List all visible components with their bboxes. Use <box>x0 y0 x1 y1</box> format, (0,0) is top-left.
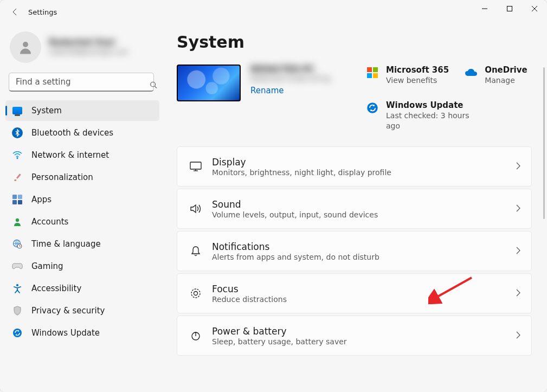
close-button[interactable] <box>522 0 547 17</box>
settings-item-focus[interactable]: Focus Reduce distractions <box>177 273 532 313</box>
speaker-icon <box>183 203 209 214</box>
sidebar-item-label: Personalization <box>31 172 93 182</box>
sidebar-item-update[interactable]: Windows Update <box>5 323 159 343</box>
card-microsoft-365[interactable]: Microsoft 365 View benefits <box>365 65 449 86</box>
sidebar: Redacted User redacted@example.com Syste… <box>0 24 163 392</box>
apps-icon <box>12 194 23 205</box>
settings-item-title: Focus <box>212 284 516 294</box>
settings-item-title: Sound <box>212 199 516 210</box>
wifi-icon <box>12 150 23 160</box>
svg-point-14 <box>367 102 378 113</box>
sidebar-item-privacy[interactable]: Privacy & security <box>5 300 159 321</box>
user-name: Redacted User <box>49 37 128 48</box>
cloud-icon <box>464 66 478 80</box>
settings-item-sub: Reduce distractions <box>212 295 516 304</box>
user-info-text: Redacted User redacted@example.com <box>49 37 128 56</box>
back-button[interactable] <box>4 1 26 23</box>
settings-item-notifications[interactable]: Notifications Alerts from apps and syste… <box>177 231 532 271</box>
bluetooth-icon <box>12 127 23 138</box>
settings-item-sound[interactable]: Sound Volume levels, output, input, soun… <box>177 189 532 229</box>
sidebar-item-label: System <box>31 106 62 115</box>
card-sub: Last checked: 3 hours ago <box>386 111 478 131</box>
minimize-button[interactable] <box>472 0 497 17</box>
settings-item-sub: Volume levels, output, input, sound devi… <box>212 210 516 219</box>
sidebar-item-label: Windows Update <box>31 328 100 338</box>
sidebar-item-time[interactable]: Time & language <box>5 234 159 254</box>
svg-rect-15 <box>190 162 201 169</box>
person-icon <box>12 216 23 227</box>
avatar <box>10 31 41 63</box>
device-thumbnail <box>177 65 241 101</box>
sidebar-item-label: Accounts <box>31 217 68 227</box>
device-model: Redacted model string <box>250 74 353 83</box>
shield-icon <box>12 305 23 316</box>
settings-item-sub: Alerts from apps and system, do not dist… <box>212 253 516 261</box>
app-title: Settings <box>28 8 57 16</box>
card-windows-update[interactable]: Windows Update Last checked: 3 hours ago <box>365 100 527 131</box>
titlebar: Settings <box>0 0 547 24</box>
sidebar-item-label: Network & internet <box>31 150 109 160</box>
chevron-right-icon <box>516 162 520 172</box>
sidebar-item-label: Privacy & security <box>31 306 105 316</box>
svg-point-9 <box>16 219 19 222</box>
settings-item-title: Notifications <box>212 241 516 252</box>
chevron-right-icon <box>516 331 520 341</box>
svg-line-6 <box>155 86 157 88</box>
svg-rect-8 <box>16 173 21 179</box>
sync-icon <box>365 101 379 115</box>
sidebar-item-personalization[interactable]: Personalization <box>5 167 159 188</box>
page-title: System <box>177 33 532 52</box>
power-icon <box>183 330 209 341</box>
sidebar-item-network[interactable]: Network & internet <box>5 145 159 165</box>
sidebar-item-apps[interactable]: Apps <box>5 189 159 210</box>
user-account-block[interactable]: Redacted User redacted@example.com <box>0 26 163 73</box>
settings-item-sub: Monitors, brightness, night light, displ… <box>212 168 516 177</box>
search-input[interactable] <box>9 73 154 92</box>
sidebar-item-label: Accessibility <box>31 284 81 293</box>
bell-icon <box>183 246 209 256</box>
globe-clock-icon <box>12 239 23 249</box>
svg-rect-1 <box>507 7 512 11</box>
card-onedrive[interactable]: OneDrive Manage <box>464 65 527 86</box>
chevron-right-icon <box>516 246 520 256</box>
sidebar-item-accounts[interactable]: Accounts <box>5 211 159 232</box>
settings-item-sub: Sleep, battery usage, battery saver <box>212 337 516 346</box>
card-sub: View benefits <box>386 75 449 86</box>
sidebar-item-system[interactable]: System <box>5 100 159 121</box>
settings-item-power[interactable]: Power & battery Sleep, battery usage, ba… <box>177 316 532 356</box>
settings-item-title: Power & battery <box>212 326 516 337</box>
chevron-right-icon <box>516 288 520 299</box>
sidebar-item-label: Time & language <box>31 239 101 249</box>
sync-icon <box>12 327 23 338</box>
settings-item-title: Display <box>212 157 516 168</box>
chevron-right-icon <box>516 204 520 214</box>
user-email: redacted@example.com <box>49 48 128 57</box>
scrollbar[interactable] <box>543 67 545 219</box>
nav-list: System Bluetooth & devices Network & int… <box>0 98 163 343</box>
sidebar-item-gaming[interactable]: Gaming <box>5 256 159 277</box>
sidebar-item-accessibility[interactable]: Accessibility <box>5 278 159 299</box>
device-summary-row: REDACTED-PC Redacted model string Rename… <box>177 65 532 131</box>
paintbrush-icon <box>12 172 23 183</box>
card-title: OneDrive <box>485 65 527 75</box>
display-icon <box>12 105 23 116</box>
maximize-button[interactable] <box>497 0 522 17</box>
card-sub: Manage <box>485 75 527 86</box>
svg-point-7 <box>17 157 18 158</box>
settings-list: Display Monitors, brightness, night ligh… <box>177 146 532 356</box>
sidebar-item-bluetooth[interactable]: Bluetooth & devices <box>5 123 159 143</box>
device-name: REDACTED-PC <box>250 65 353 74</box>
gamepad-icon <box>12 261 23 272</box>
monitor-icon <box>183 162 209 171</box>
accessibility-icon <box>12 283 23 294</box>
settings-item-display[interactable]: Display Monitors, brightness, night ligh… <box>177 146 532 187</box>
svg-point-13 <box>13 329 22 337</box>
sidebar-item-label: Gaming <box>31 261 63 271</box>
sidebar-item-label: Apps <box>31 195 52 204</box>
card-title: Microsoft 365 <box>386 65 449 75</box>
rename-link[interactable]: Rename <box>250 86 284 95</box>
sidebar-item-label: Bluetooth & devices <box>31 128 113 138</box>
svg-point-12 <box>16 284 18 286</box>
focus-icon <box>183 288 209 299</box>
card-title: Windows Update <box>386 100 478 111</box>
